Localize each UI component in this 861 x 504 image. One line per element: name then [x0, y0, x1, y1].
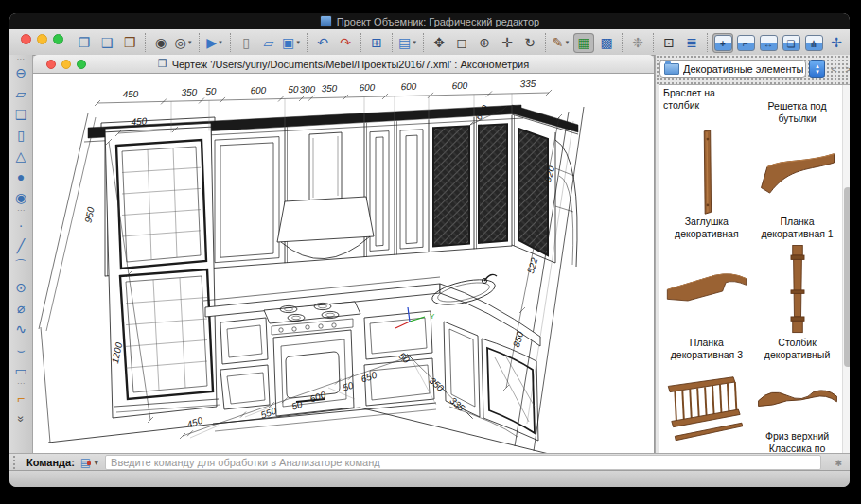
run-command-icon[interactable]: ▶▼: [204, 33, 225, 53]
pan-icon[interactable]: ✛: [497, 33, 518, 53]
item-thumbnail: [663, 246, 750, 337]
paint-texture-icon[interactable]: ✎▼: [551, 33, 571, 53]
disc-primitive-icon[interactable]: ⊖: [9, 62, 32, 83]
toolbar-icons: ❐❑❒◉◎▼▶▼▯▱▣▼↶↷⊞▤▼✥◻⊕✛↻✎▼▦▩❉⊡≣+⌐↔❏⋔✢▣: [74, 31, 846, 54]
item-thumbnail: [663, 129, 750, 216]
panel-scrollbar-thumb[interactable]: [844, 187, 850, 367]
render-camera-icon[interactable]: ◉: [150, 33, 171, 53]
main-toolbar: ❐❑❒◉◎▼▶▼▯▱▣▼↶↷⊞▤▼✥◻⊕✛↻✎▼▦▩❉⊡≣+⌐↔❏⋔✢▣: [9, 29, 850, 56]
photo-camera-icon[interactable]: ◎▼: [173, 33, 194, 53]
spline-tool-icon[interactable]: ∿: [9, 319, 32, 339]
cone-primitive-icon[interactable]: △: [9, 146, 32, 166]
corner-tool-icon[interactable]: ⌐: [9, 388, 32, 408]
dimension-copy-icon[interactable]: ❏: [781, 33, 801, 53]
torus-primitive-icon[interactable]: ◉: [9, 187, 32, 208]
box-primitive-icon[interactable]: ❑: [9, 104, 32, 125]
save-document-icon[interactable]: ▣▼: [281, 33, 302, 53]
materials-cube-icon[interactable]: ▤▼: [397, 33, 418, 53]
dimension-chain-icon[interactable]: ⋔: [803, 33, 824, 53]
doc-close-button[interactable]: [46, 60, 56, 69]
zoom-in-icon[interactable]: ⊕: [474, 33, 495, 53]
prev-category-button[interactable]: <: [828, 63, 839, 75]
app-titlebar: Проект Объемник: Графический редактор: [9, 13, 850, 29]
notify-bell-icon[interactable]: ✢: [826, 33, 846, 53]
circle-tool-icon[interactable]: ⊙: [9, 277, 32, 298]
panel-item[interactable]: Заглушка декоративная: [661, 129, 752, 244]
minimize-button[interactable]: [37, 34, 47, 44]
cabinet-project-icon[interactable]: ❒: [119, 33, 140, 53]
spray-material-icon[interactable]: ❉: [627, 33, 648, 53]
settings-gear-icon[interactable]: ✱: [835, 459, 842, 468]
item-thumbnail: [754, 367, 841, 430]
new-document-icon[interactable]: ▯: [236, 33, 256, 53]
svg-text:950: 950: [82, 206, 96, 224]
slab-primitive-icon[interactable]: ▱: [9, 83, 32, 104]
command-input[interactable]: Введите команду для обработки в Анализат…: [105, 455, 821, 470]
zoom-extents-icon[interactable]: ✥: [429, 33, 449, 53]
more-tools-icon[interactable]: »: [10, 408, 31, 430]
open-document-icon[interactable]: ▱: [258, 33, 279, 53]
tool-separator: ⋯: [17, 208, 25, 215]
line-tool-icon[interactable]: ╱: [9, 235, 32, 256]
arc-tool-icon[interactable]: ⌒: [9, 256, 32, 277]
app-icon: [320, 15, 332, 27]
point-tool-icon[interactable]: ·: [9, 215, 32, 235]
panel-item[interactable]: Планка декоративная 1: [752, 129, 843, 244]
toggle-textures-icon[interactable]: ▦: [573, 33, 594, 53]
panel-item[interactable]: Решетка под бутылки: [752, 85, 843, 129]
panel-scrollbar[interactable]: [842, 85, 850, 454]
doc-minimize-button[interactable]: [62, 60, 71, 69]
document-window-controls: [46, 60, 86, 69]
panel-item[interactable]: Столбик декоративный: [752, 244, 843, 365]
spec-table-icon[interactable]: ≣: [681, 33, 702, 53]
sphere-primitive-icon[interactable]: ●: [9, 166, 32, 187]
duplicate-model-icon[interactable]: ❑: [97, 33, 117, 53]
dimension-vertical-icon[interactable]: ⌐: [735, 33, 756, 53]
panel-item[interactable]: Планка декоративная 3: [661, 244, 752, 365]
dimension-add-icon[interactable]: +: [712, 33, 733, 53]
panel-item[interactable]: Фриз верхний Классика по контуру наборны…: [752, 365, 843, 454]
svg-text:350: 350: [181, 87, 197, 98]
panel-menu-icon[interactable]: ▼: [847, 66, 850, 75]
command-bar-grip[interactable]: [13, 456, 23, 469]
app-title: Проект Объемник: Графический редактор: [337, 16, 539, 27]
copy-model-icon[interactable]: ❐: [74, 33, 95, 53]
ellipse-tool-icon[interactable]: ⌀: [9, 298, 32, 319]
rectangle-tool-icon[interactable]: ▭: [9, 360, 32, 381]
item-label: Планка декоративная 1: [754, 216, 841, 240]
command-bar: Команда: ▤ ▼ Введите команду для обработ…: [9, 453, 850, 471]
command-dropdown-icon[interactable]: ▼: [93, 460, 99, 466]
tile-windows-icon[interactable]: ⊞: [366, 33, 387, 53]
panel-item[interactable]: Браслет на столбик: [661, 85, 752, 129]
cylinder-primitive-icon[interactable]: ▯: [9, 125, 32, 146]
category-dropdown[interactable]: Декоративные элементы: [659, 60, 806, 78]
svg-text:650: 650: [360, 370, 378, 385]
edit-texture-icon[interactable]: ▩: [596, 33, 617, 53]
svg-text:450: 450: [185, 415, 204, 430]
drawing-canvas[interactable]: 4503505060050300350600600600335450950120…: [33, 74, 654, 454]
item-label: Решетка под бутылки: [754, 100, 841, 125]
orbit-icon[interactable]: ↻: [519, 33, 540, 53]
zoom-button[interactable]: [53, 34, 63, 44]
zoom-window-icon[interactable]: ◻: [451, 33, 472, 53]
item-label: Фриз верхний Классика по контуру наборны…: [754, 430, 841, 454]
redo-icon[interactable]: ↷: [335, 33, 356, 53]
dimension-horizontal-icon[interactable]: ↔: [758, 33, 779, 53]
svg-text:50: 50: [205, 86, 217, 96]
category-stepper[interactable]: ▲▼: [809, 60, 825, 78]
panel-item[interactable]: Тарелочница: [661, 365, 752, 454]
item-label: Планка декоративная 3: [663, 337, 750, 361]
close-button[interactable]: [21, 34, 31, 44]
drawing-doc-icon: ❒: [158, 58, 167, 70]
category-name: Декоративные элементы: [683, 63, 803, 75]
tool-separator: ⋯: [17, 381, 25, 388]
preview-monitor-icon[interactable]: ⊡: [659, 33, 679, 53]
polyarc-tool-icon[interactable]: ⌣: [9, 339, 32, 360]
toolbar-separator: [622, 33, 623, 52]
document-titlebar[interactable]: ❒ Чертеж '/Users/yuriy/Documents/Mebel/П…: [33, 55, 654, 74]
toolbar-separator: [199, 33, 200, 52]
toolbar-separator: [307, 33, 308, 52]
undo-icon[interactable]: ↶: [312, 33, 333, 53]
doc-zoom-button[interactable]: [77, 60, 86, 69]
command-history-icon[interactable]: ▤: [80, 456, 91, 469]
